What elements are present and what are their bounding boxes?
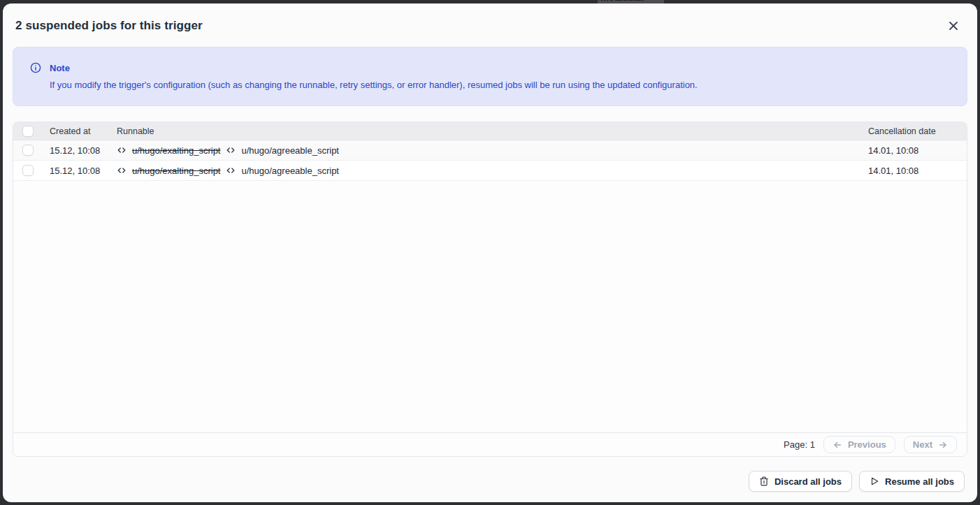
cancellation-date-value: 14.01, 10:08 [868,145,967,156]
next-page-label: Next [913,439,932,450]
resume-all-jobs-label: Resume all jobs [885,476,954,487]
arrow-right-icon [938,440,948,450]
pagination-bar: Page: 1 Previous Next [13,432,967,456]
discard-all-jobs-button[interactable]: Discard all jobs [749,471,852,492]
note-callout: Note If you modify the trigger's configu… [13,47,967,106]
page-indicator: Page: 1 [784,439,815,450]
discard-all-jobs-label: Discard all jobs [774,476,842,487]
runnable-old-path: u/hugo/exalting_script [132,166,220,176]
arrow-left-icon [833,440,842,450]
select-all-checkbox[interactable] [22,126,34,137]
table-row[interactable]: 15.12, 10:08 u/hugo/exalting_script u/hu… [13,140,967,161]
modal-title: 2 suspended jobs for this trigger [15,19,203,33]
previous-page-label: Previous [848,439,886,450]
code-icon [226,145,236,155]
note-title: Note [50,63,70,73]
close-icon [947,20,960,32]
previous-page-button[interactable]: Previous [823,436,895,453]
table-row[interactable]: 15.12, 10:08 u/hugo/exalting_script u/hu… [13,161,967,181]
row-checkbox[interactable] [22,145,34,156]
code-icon [117,145,127,155]
runnable-old-path: u/hugo/exalting_script [132,145,220,156]
column-header-runnable: Runnable [117,126,868,136]
created-at-value: 15.12, 10:08 [50,145,117,156]
next-page-button[interactable]: Next [904,436,957,453]
close-button[interactable] [944,16,963,36]
row-checkbox[interactable] [22,165,34,176]
code-icon [226,166,236,175]
column-header-cancellation-date: Cancellation date [868,126,967,136]
cancellation-date-value: 14.01, 10:08 [868,166,967,176]
play-icon [870,476,879,486]
column-header-created-at: Created at [50,126,117,136]
trash-icon [759,476,769,486]
info-icon [30,62,41,73]
runnable-new-path: u/hugo/agreeable_script [241,145,339,156]
table-header-row: Created at Runnable Cancellation date [13,122,967,140]
table-empty-area [13,181,967,432]
suspended-jobs-table: Created at Runnable Cancellation date 15… [13,122,967,457]
resume-all-jobs-button[interactable]: Resume all jobs [859,471,965,492]
code-icon [117,166,127,175]
background-tab-label: Metadata [600,0,643,3]
runnable-new-path: u/hugo/agreeable_script [241,166,339,176]
modal-header: 2 suspended jobs for this trigger [13,3,967,47]
note-body: If you modify the trigger's configuratio… [50,80,950,91]
modal-actions: Discard all jobs Resume all jobs [13,457,967,502]
suspended-jobs-modal: 2 suspended jobs for this trigger Note I… [3,3,977,502]
created-at-value: 15.12, 10:08 [50,166,117,176]
